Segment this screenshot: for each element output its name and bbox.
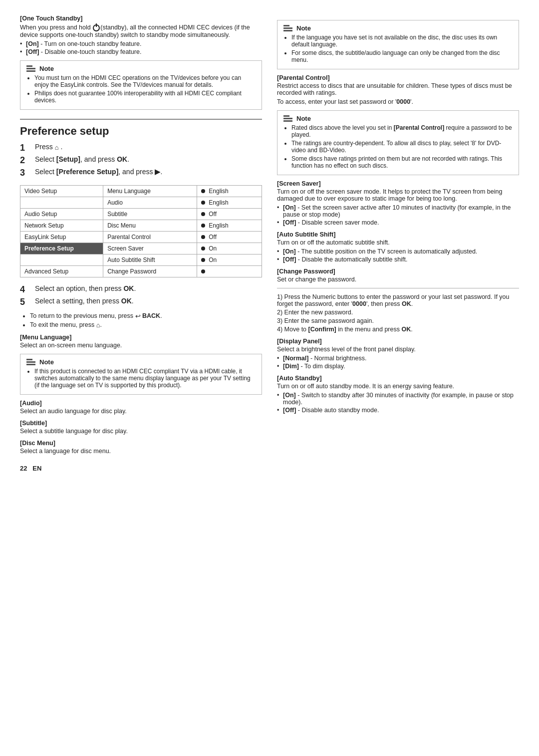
list-item: Rated discs above the level you set in […: [291, 124, 513, 138]
display-panel-section: [Display Panel] Select a brightness leve…: [277, 338, 519, 370]
auto-subtitle-shift-text: Turn on or off the automatic subtitle sh…: [277, 239, 519, 246]
table-row: Audio English: [20, 197, 262, 208]
list-item: 3) Enter the same password again.: [277, 317, 519, 324]
table-row: Advanced Setup Change Password: [20, 265, 262, 277]
note-icon: [26, 65, 35, 72]
note-label: Note: [39, 65, 54, 72]
step-2: 2 Select [Setup], and press OK.: [20, 155, 262, 166]
table-cell-value: English: [197, 197, 262, 208]
table-cell-item: Parental Control: [103, 231, 197, 243]
list-item: For some discs, the subtitle/audio langu…: [291, 49, 513, 63]
parental-control-text1: Restrict access to discs that are unsuit…: [277, 82, 519, 96]
home-icon: ⌂: [55, 144, 59, 151]
subtitle-section: [Subtitle] Select a subtitle language fo…: [20, 420, 262, 435]
screen-saver-section: [Screen Saver] Turn on or off the screen…: [277, 180, 519, 226]
table-cell-value: English: [197, 220, 262, 231]
note-list: You must turn on the HDMI CEC operations…: [34, 74, 256, 104]
disc-menu-section: [Disc Menu] Select a language for disc m…: [20, 440, 262, 455]
back-icon: ↩: [135, 312, 141, 320]
standby-icon: [93, 24, 100, 31]
display-panel-heading: [Display Panel]: [277, 338, 519, 345]
audio-section: [Audio] Select an audio language for dis…: [20, 400, 262, 415]
table-cell-menu: Network Setup: [20, 220, 103, 231]
step-3: 3 Select [Preference Setup], and press ▶…: [20, 168, 262, 178]
note-list: If the language you have set is not avai…: [291, 34, 513, 63]
table-row: Network Setup Disc Menu English: [20, 220, 262, 231]
change-password-text: Set or change the password.: [277, 276, 519, 283]
left-column: [One Touch Standby] When you press and h…: [20, 15, 262, 472]
list-item: [Off] - Disable auto standby mode.: [277, 407, 519, 414]
table-row-highlight: Preference Setup Screen Saver On: [20, 243, 262, 254]
table-row: Audio Setup Subtitle Off: [20, 208, 262, 220]
list-item: Philips does not guarantee 100% interope…: [34, 90, 256, 104]
list-item: To return to the previous menu, press ↩ …: [30, 312, 262, 320]
screen-saver-bullets: [On] - Set the screen saver active after…: [277, 204, 519, 226]
table-cell-value: English: [197, 185, 262, 197]
subtitle-text: Select a subtitle language for disc play…: [20, 428, 262, 435]
table-cell-value: On: [197, 243, 262, 254]
table-cell-menu: [20, 254, 103, 265]
display-panel-text: Select a brightness level of the front p…: [277, 346, 519, 353]
audio-text: Select an audio language for disc play.: [20, 408, 262, 415]
list-item: [Off] - Disable one-touch standby featur…: [20, 48, 262, 55]
step-text: Select a setting, then press OK.: [35, 297, 134, 305]
one-touch-standby-section: [One Touch Standby] When you press and h…: [20, 15, 262, 110]
list-item: [On] - Turn on one-touch standby feature…: [20, 40, 262, 47]
sub-steps-list: To return to the previous menu, press ↩ …: [30, 312, 262, 329]
parental-control-text2: To access, enter your last set password …: [277, 98, 519, 105]
step-num: 1: [20, 143, 32, 153]
page-lang: EN: [32, 465, 41, 472]
table-cell-value: On: [197, 254, 262, 265]
table-cell-menu: Advanced Setup: [20, 265, 103, 277]
list-item: If the language you have set is not avai…: [291, 34, 513, 48]
table-row: Video Setup Menu Language English: [20, 185, 262, 197]
parental-control-heading: [Parental Control]: [277, 74, 519, 81]
audio-heading: [Audio]: [20, 400, 262, 407]
change-password-section: [Change Password] Set or change the pass…: [277, 268, 519, 283]
table-row: Auto Subtitle Shift On: [20, 254, 262, 265]
list-item: [Off] - Disable the automatically subtit…: [277, 256, 519, 263]
home-icon: ⌂: [96, 321, 100, 329]
one-touch-standby-note: Note You must turn on the HDMI CEC opera…: [20, 60, 262, 110]
page-number: 22: [20, 465, 27, 472]
step-text: Press ⌂ .: [35, 143, 62, 151]
change-password-heading: [Change Password]: [277, 268, 519, 275]
right-column: Note If the language you have set is not…: [277, 15, 519, 472]
preference-setup-title: Preference setup: [20, 119, 262, 138]
parental-control-section: [Parental Control] Restrict access to di…: [277, 74, 519, 175]
table-cell-value: Off: [197, 231, 262, 243]
table-cell-item: Screen Saver: [103, 243, 197, 254]
one-touch-standby-heading: [One Touch Standby]: [20, 15, 262, 22]
list-item: 4) Move to [Confirm] in the menu and pre…: [277, 326, 519, 333]
auto-subtitle-shift-heading: [Auto Subtitle Shift]: [277, 231, 519, 238]
auto-standby-bullets: [On] - Switch to standby after 30 minute…: [277, 392, 519, 414]
note-label: Note: [296, 24, 311, 32]
auto-standby-section: [Auto Standby] Turn on or off auto stand…: [277, 375, 519, 414]
subtitle-heading: [Subtitle]: [20, 420, 262, 427]
menu-language-text: Select an on-screen menu language.: [20, 342, 262, 349]
list-item: [On] - Set the screen saver active after…: [277, 204, 519, 218]
step-num: 3: [20, 168, 32, 178]
table-cell-item: Auto Subtitle Shift: [103, 254, 197, 265]
table-cell-item: Subtitle: [103, 208, 197, 220]
step-num: 2: [20, 155, 32, 166]
menu-language-section: [Menu Language] Select an on-screen menu…: [20, 334, 262, 349]
page-footer: 22 EN: [20, 465, 262, 472]
menu-language-note: Note If this product is connected to an …: [20, 354, 262, 395]
table-cell-item: Audio: [103, 197, 197, 208]
table-cell-menu: Audio Setup: [20, 208, 103, 220]
preference-setup-steps: 1 Press ⌂ . 2 Select [Setup], and press …: [20, 143, 262, 178]
step-text: Select an option, then press OK.: [35, 284, 136, 292]
note-list: Rated discs above the level you set in […: [291, 124, 513, 169]
list-item: 1) Press the Numeric buttons to enter th…: [277, 293, 519, 307]
auto-standby-heading: [Auto Standby]: [277, 375, 519, 382]
disc-menu-text: Select a language for disc menu.: [20, 448, 262, 455]
list-item: [On] - The subtitle position on the TV s…: [277, 248, 519, 255]
table-cell-menu: [20, 197, 103, 208]
screen-saver-text: Turn on or off the screen saver mode. It…: [277, 188, 519, 202]
table-cell-value: [197, 265, 262, 277]
list-item: You must turn on the HDMI CEC operations…: [34, 74, 256, 88]
table-cell-item: Disc Menu: [103, 220, 197, 231]
step-num: 4: [20, 284, 32, 295]
table-cell-menu: EasyLink Setup: [20, 231, 103, 243]
